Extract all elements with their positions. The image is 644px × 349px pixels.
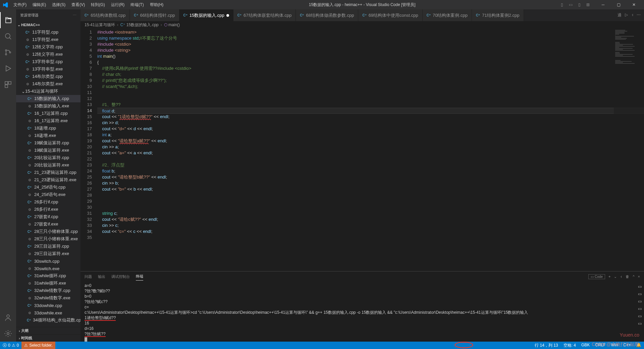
chevron-down-icon[interactable]: ⌄ [614,275,617,279]
editor-tab[interactable]: C⁺70结构体案例.cpp [423,9,472,21]
breadcrumb-item[interactable]: 15-41运算与循环 [85,22,115,28]
panel-tab[interactable]: 终端 [136,272,143,281]
folder-item[interactable]: ⌄ 15-41运算与循环 [16,88,80,95]
extensions-icon[interactable] [0,77,16,93]
file-item[interactable]: 28三只小猪称体重.cpp [16,228,80,235]
outline-section[interactable]: › 大纲 [16,327,80,334]
file-item[interactable]: 24_25if语句.exe [16,191,80,198]
menu-item[interactable]: 查看(V) [69,1,88,9]
project-header[interactable]: ⌄ HEIMAC++ [16,21,80,29]
timeline-section[interactable]: › 时间线 [16,334,80,342]
trash-icon[interactable]: 🗑 [626,275,629,279]
new-terminal-icon[interactable]: + [608,275,610,279]
breadcrumb-item[interactable]: ⬡ main() [164,22,180,27]
menu-item[interactable]: 编辑(E) [30,1,49,9]
panel-tab[interactable]: 输出 [98,273,105,281]
layout-customize-icon[interactable]: ⊞ [584,1,592,8]
language-mode[interactable]: Win [608,343,621,347]
code-content[interactable]: #include <iostream>using namespace std;/… [97,29,644,271]
file-item[interactable]: 16_17运算符.cpp [16,110,80,117]
cursor-position[interactable]: 行 14，列 13 [532,343,560,348]
file-item[interactable]: 24_25if语句.cpp [16,184,80,191]
file-item[interactable]: 27嵌套if.cpp [16,213,80,220]
menu-item[interactable]: 运行(R) [108,1,127,9]
panel-tab[interactable]: 调试控制台 [111,273,130,281]
editor-tab[interactable]: C⁺69结构体中使用const.cpp [358,9,422,21]
panel-tab[interactable]: 问题 [85,273,92,281]
terminal[interactable]: a=0?敨?数?赋b??b=0?敨给?赋c??c=c:\Users\Admini… [80,282,635,342]
file-item[interactable]: 11字符型.exe [16,36,80,43]
settings-icon[interactable] [0,326,16,342]
menu-item[interactable]: 终端(T) [128,1,146,9]
file-item[interactable]: 19赋值运算符.cpp [16,139,80,147]
file-item[interactable]: 18递增.cpp [16,124,80,132]
errors-warnings[interactable]: ⓧ0 ⚠0 [0,342,21,349]
code-editor[interactable]: 1234567891011121314151617181920212223242… [80,29,644,271]
terminal-side-icon[interactable]: ▭ [638,306,642,311]
file-item[interactable]: 13字符串型.exe [16,65,80,73]
search-icon[interactable] [0,28,16,44]
more-icon[interactable]: ⋯ [637,12,641,18]
file-item[interactable]: 32while猜数字.exe [16,294,80,302]
layout-panel-left-icon[interactable]: ▯ [558,1,566,8]
terminal-profile-button[interactable]: ▭ Code [588,274,605,279]
maximize-button[interactable]: ▢ [611,0,626,9]
more-icon[interactable]: ⋯ [73,13,76,17]
file-item[interactable]: 26多行if.cpp [16,198,80,206]
file-item[interactable]: 15数据的输入.exe [16,102,80,110]
split-editor-icon[interactable]: ⫞ [631,12,633,18]
file-item[interactable]: 20比较运算符.cpp [16,154,80,161]
eol[interactable]: CRLF [592,343,608,347]
accounts-icon[interactable] [0,309,16,326]
file-item[interactable]: 18递增.exe [16,132,80,139]
file-item[interactable]: 12转义字符.cpp [16,43,80,51]
editor-tab[interactable]: C⁺67结构体嵌套结构体.cpp [233,9,296,21]
terminal-side-icon[interactable]: ▭ [638,292,642,296]
file-item[interactable]: 20比较运算符.exe [16,161,80,169]
file-item[interactable]: 31while循环.exe [16,280,80,287]
menu-item[interactable]: 文件(F) [11,1,29,9]
file-item[interactable]: 30switch.exe [16,265,80,272]
editor-tab[interactable]: C⁺71结构体案例2.cpp [472,9,524,21]
terminal-side-icon[interactable]: ▭ [638,321,642,326]
source-control-icon[interactable] [0,44,16,60]
file-item[interactable]: 12转义字符.exe [16,51,80,58]
explorer-icon[interactable] [0,12,16,28]
breadcrumb-item[interactable]: C⁺ 15数据的输入.cpp [120,22,159,28]
indentation[interactable]: 空格: 4 [561,343,579,348]
language-mode-2[interactable]: C++ [621,343,634,347]
terminal-side-icon[interactable]: ▭ [638,299,642,304]
file-item[interactable]: 15数据的输入.cpp [16,95,80,102]
terminal-side-icon[interactable]: ▭ [638,284,642,289]
file-item[interactable]: 33dowhile.exe [16,309,80,316]
file-item[interactable]: 34循环结构_水仙花数.cpp [16,316,80,324]
file-item[interactable]: 29三目运算符.cpp [16,243,80,250]
minimap[interactable] [614,29,644,271]
close-button[interactable]: ✕ [627,0,641,9]
menu-item[interactable]: 转到(G) [88,1,107,9]
run-icon[interactable]: ▷ [625,12,628,18]
maximize-panel-icon[interactable]: ^ [633,275,634,279]
notifications-icon[interactable]: 🔔 [634,343,644,347]
file-item[interactable]: 27嵌套if.exe [16,220,80,228]
menu-item[interactable]: 选择(S) [49,1,68,9]
file-item[interactable]: 26多行if.exe [16,206,80,213]
terminal-side-icon[interactable]: ▭ [638,314,642,318]
file-item[interactable]: 19赋值运算符.exe [16,147,80,154]
file-item[interactable]: 28三只小猪称体重.exe [16,235,80,243]
minimize-button[interactable]: ─ [596,0,610,9]
editor-tab[interactable]: C⁺68结构体做函数参数.cpp [296,9,358,21]
file-item[interactable]: 11字符型.cpp [16,29,80,36]
menu-item[interactable]: 帮助(H) [147,1,166,9]
editor-tab[interactable]: C⁺66结构体指针.cpp [130,9,179,21]
tab-overflow[interactable]: 通 [618,12,622,18]
run-debug-icon[interactable] [0,60,16,77]
select-folder-warning[interactable]: ⚠Select folder. [21,342,55,349]
layout-panel-right-icon[interactable]: ▯ [576,1,583,8]
encoding[interactable]: GBK [579,343,592,347]
close-panel-icon[interactable]: × [638,275,640,279]
editor-tab[interactable]: C⁺65结构体数组.cpp [80,9,130,21]
file-item[interactable]: 32while猜数字.cpp [16,287,80,294]
file-item[interactable]: 21_23逻辑运算符.exe [16,176,80,184]
file-item[interactable]: 30switch.cpp [16,257,80,265]
